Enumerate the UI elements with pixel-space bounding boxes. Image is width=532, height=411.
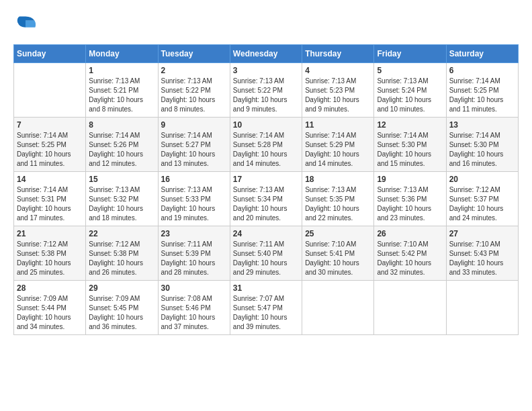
day-header-sunday: Sunday [14,45,86,63]
calendar-cell: 30Sunrise: 7:08 AM Sunset: 5:46 PM Dayli… [158,281,230,335]
calendar-cell: 20Sunrise: 7:12 AM Sunset: 5:37 PM Dayli… [446,172,518,226]
day-info: Sunrise: 7:10 AM Sunset: 5:43 PM Dayligh… [449,240,515,277]
calendar-cell: 23Sunrise: 7:11 AM Sunset: 5:39 PM Dayli… [158,226,230,281]
calendar-cell: 29Sunrise: 7:09 AM Sunset: 5:45 PM Dayli… [86,281,158,335]
calendar-week-3: 14Sunrise: 7:14 AM Sunset: 5:31 PM Dayli… [14,172,519,226]
day-header-tuesday: Tuesday [158,45,230,63]
calendar-cell: 2Sunrise: 7:13 AM Sunset: 5:22 PM Daylig… [158,63,230,118]
day-number: 28 [17,283,83,293]
logo [13,13,40,38]
day-number: 8 [89,120,154,130]
day-number: 17 [233,175,299,184]
day-number: 13 [449,120,515,130]
day-info: Sunrise: 7:13 AM Sunset: 5:22 PM Dayligh… [161,77,227,114]
day-info: Sunrise: 7:08 AM Sunset: 5:46 PM Dayligh… [161,294,227,332]
calendar-cell: 19Sunrise: 7:13 AM Sunset: 5:36 PM Dayli… [374,172,446,226]
calendar-cell: 9Sunrise: 7:14 AM Sunset: 5:27 PM Daylig… [158,118,230,172]
day-info: Sunrise: 7:13 AM Sunset: 5:32 PM Dayligh… [89,185,154,223]
calendar-cell [374,281,446,335]
day-info: Sunrise: 7:14 AM Sunset: 5:30 PM Dayligh… [449,131,515,169]
day-info: Sunrise: 7:10 AM Sunset: 5:42 PM Dayligh… [377,240,443,277]
calendar-cell: 26Sunrise: 7:10 AM Sunset: 5:42 PM Dayli… [374,226,446,281]
calendar-table: SundayMondayTuesdayWednesdayThursdayFrid… [13,44,519,335]
calendar-cell: 22Sunrise: 7:12 AM Sunset: 5:38 PM Dayli… [86,226,158,281]
day-number: 25 [305,229,371,238]
day-number: 14 [17,175,83,184]
calendar-cell [302,281,374,335]
day-info: Sunrise: 7:13 AM Sunset: 5:21 PM Dayligh… [89,77,154,114]
day-number: 15 [89,175,154,184]
calendar-cell: 7Sunrise: 7:14 AM Sunset: 5:25 PM Daylig… [14,118,86,172]
day-number: 24 [233,229,299,238]
calendar-cell: 12Sunrise: 7:14 AM Sunset: 5:30 PM Dayli… [374,118,446,172]
day-number: 30 [161,283,227,293]
day-number: 7 [17,120,83,130]
calendar-header-row: SundayMondayTuesdayWednesdayThursdayFrid… [14,45,519,63]
day-info: Sunrise: 7:14 AM Sunset: 5:31 PM Dayligh… [17,185,83,223]
day-info: Sunrise: 7:11 AM Sunset: 5:40 PM Dayligh… [233,240,299,277]
day-number: 23 [161,229,227,238]
calendar-cell: 13Sunrise: 7:14 AM Sunset: 5:30 PM Dayli… [446,118,518,172]
calendar-cell: 21Sunrise: 7:12 AM Sunset: 5:38 PM Dayli… [14,226,86,281]
calendar-cell: 6Sunrise: 7:14 AM Sunset: 5:25 PM Daylig… [446,63,518,118]
calendar-cell [446,281,518,335]
day-info: Sunrise: 7:09 AM Sunset: 5:44 PM Dayligh… [17,294,83,332]
day-number: 4 [305,66,371,75]
logo-icon [13,13,38,38]
calendar-cell: 28Sunrise: 7:09 AM Sunset: 5:44 PM Dayli… [14,281,86,335]
calendar-cell: 4Sunrise: 7:13 AM Sunset: 5:23 PM Daylig… [302,63,374,118]
day-number: 2 [161,66,227,75]
calendar-week-1: 1Sunrise: 7:13 AM Sunset: 5:21 PM Daylig… [14,63,519,118]
day-number: 10 [233,120,299,130]
day-info: Sunrise: 7:13 AM Sunset: 5:33 PM Dayligh… [161,185,227,223]
page-header [13,13,519,38]
day-header-monday: Monday [86,45,158,63]
day-number: 19 [377,175,443,184]
calendar-cell: 8Sunrise: 7:14 AM Sunset: 5:26 PM Daylig… [86,118,158,172]
day-number: 9 [161,120,227,130]
day-info: Sunrise: 7:14 AM Sunset: 5:25 PM Dayligh… [449,77,515,114]
day-number: 5 [377,66,443,75]
day-header-wednesday: Wednesday [230,45,302,63]
day-number: 16 [161,175,227,184]
day-info: Sunrise: 7:13 AM Sunset: 5:24 PM Dayligh… [377,77,443,114]
day-number: 1 [89,66,154,75]
day-info: Sunrise: 7:14 AM Sunset: 5:26 PM Dayligh… [89,131,154,169]
calendar-cell: 11Sunrise: 7:14 AM Sunset: 5:29 PM Dayli… [302,118,374,172]
calendar-cell: 18Sunrise: 7:13 AM Sunset: 5:35 PM Dayli… [302,172,374,226]
day-number: 27 [449,229,515,238]
calendar-cell: 31Sunrise: 7:07 AM Sunset: 5:47 PM Dayli… [230,281,302,335]
day-number: 26 [377,229,443,238]
day-header-thursday: Thursday [302,45,374,63]
day-number: 29 [89,283,154,293]
calendar-week-5: 28Sunrise: 7:09 AM Sunset: 5:44 PM Dayli… [14,281,519,335]
day-info: Sunrise: 7:12 AM Sunset: 5:37 PM Dayligh… [449,185,515,223]
day-header-friday: Friday [374,45,446,63]
day-info: Sunrise: 7:07 AM Sunset: 5:47 PM Dayligh… [233,294,299,332]
calendar-cell: 3Sunrise: 7:13 AM Sunset: 5:22 PM Daylig… [230,63,302,118]
calendar-cell: 15Sunrise: 7:13 AM Sunset: 5:32 PM Dayli… [86,172,158,226]
day-info: Sunrise: 7:13 AM Sunset: 5:22 PM Dayligh… [233,77,299,114]
day-number: 12 [377,120,443,130]
day-number: 21 [17,229,83,238]
day-info: Sunrise: 7:13 AM Sunset: 5:36 PM Dayligh… [377,185,443,223]
calendar-week-2: 7Sunrise: 7:14 AM Sunset: 5:25 PM Daylig… [14,118,519,172]
day-info: Sunrise: 7:13 AM Sunset: 5:35 PM Dayligh… [305,185,371,223]
calendar-cell: 5Sunrise: 7:13 AM Sunset: 5:24 PM Daylig… [374,63,446,118]
day-info: Sunrise: 7:12 AM Sunset: 5:38 PM Dayligh… [89,240,154,277]
day-info: Sunrise: 7:13 AM Sunset: 5:34 PM Dayligh… [233,185,299,223]
day-info: Sunrise: 7:14 AM Sunset: 5:28 PM Dayligh… [233,131,299,169]
day-number: 11 [305,120,371,130]
day-info: Sunrise: 7:12 AM Sunset: 5:38 PM Dayligh… [17,240,83,277]
calendar-cell: 14Sunrise: 7:14 AM Sunset: 5:31 PM Dayli… [14,172,86,226]
calendar-cell: 1Sunrise: 7:13 AM Sunset: 5:21 PM Daylig… [86,63,158,118]
calendar-cell: 16Sunrise: 7:13 AM Sunset: 5:33 PM Dayli… [158,172,230,226]
day-info: Sunrise: 7:14 AM Sunset: 5:25 PM Dayligh… [17,131,83,169]
day-number: 3 [233,66,299,75]
day-number: 20 [449,175,515,184]
calendar-body: 1Sunrise: 7:13 AM Sunset: 5:21 PM Daylig… [14,63,519,335]
day-header-saturday: Saturday [446,45,518,63]
day-number: 31 [233,283,299,293]
day-info: Sunrise: 7:09 AM Sunset: 5:45 PM Dayligh… [89,294,154,332]
calendar-cell: 27Sunrise: 7:10 AM Sunset: 5:43 PM Dayli… [446,226,518,281]
